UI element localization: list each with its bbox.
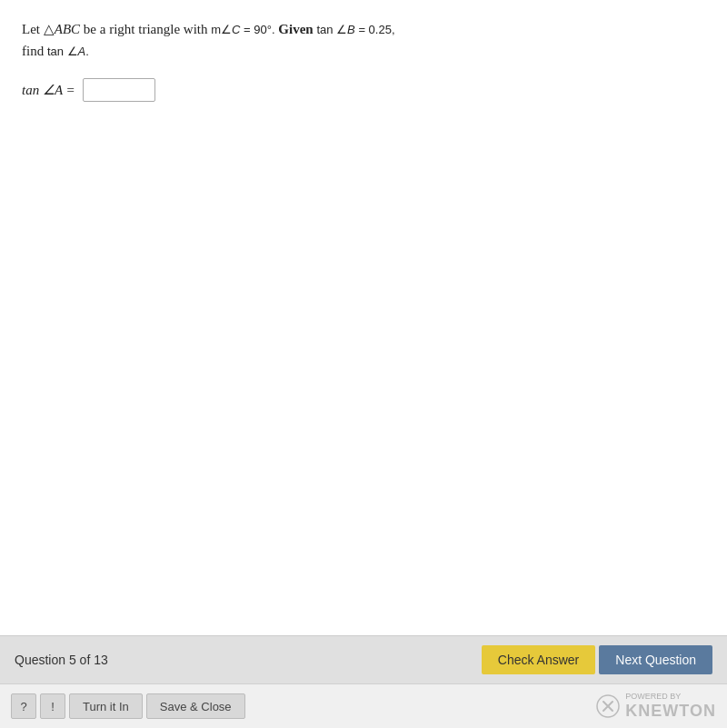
find-label: find <box>22 44 47 58</box>
exclamation-button[interactable]: ! <box>40 693 65 719</box>
save-close-button[interactable]: Save & Close <box>146 693 245 719</box>
powered-by-label: POWERED BY <box>625 692 716 702</box>
next-question-button[interactable]: Next Question <box>599 645 712 674</box>
answer-row: tan ∠A = <box>22 78 705 102</box>
main-content: Let △ABC be a right triangle with m∠C = … <box>0 0 727 382</box>
given-condition: m∠C = 90°. <box>211 23 274 36</box>
action-buttons: Check Answer Next Question <box>482 645 712 674</box>
tools-bar: ? ! Turn it In Save & Close POWERED BY K… <box>0 683 727 728</box>
given-value: tan ∠B = 0.25, <box>316 23 394 36</box>
knewton-logo: POWERED BY KNEWTON <box>596 692 716 721</box>
problem-intro: Let △ABC be a right triangle with <box>22 22 211 36</box>
tools-left: ? ! Turn it In Save & Close <box>11 693 245 719</box>
check-answer-button[interactable]: Check Answer <box>482 645 595 674</box>
answer-input[interactable] <box>83 78 155 102</box>
turn-it-in-button[interactable]: Turn it In <box>69 693 143 719</box>
bottom-bar: Question 5 of 13 Check Answer Next Quest… <box>0 635 727 728</box>
knewton-icon <box>596 694 620 718</box>
problem-text: Let △ABC be a right triangle with m∠C = … <box>22 18 705 62</box>
question-mark-button[interactable]: ? <box>11 693 36 719</box>
knewton-name-label: KNEWTON <box>625 702 716 721</box>
knewton-brand-text: POWERED BY KNEWTON <box>625 692 716 721</box>
question-counter: Question 5 of 13 <box>15 653 108 667</box>
find-value: tan ∠A. <box>47 45 89 58</box>
progress-bar: Question 5 of 13 Check Answer Next Quest… <box>0 635 727 683</box>
answer-label: tan ∠A = <box>22 82 75 98</box>
given-label: Given <box>275 22 317 36</box>
